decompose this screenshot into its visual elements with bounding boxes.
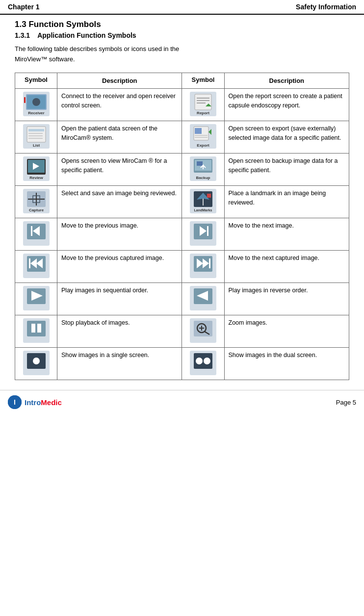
svg-rect-22 [195, 128, 202, 134]
svg-rect-51 [31, 226, 32, 236]
svg-rect-75 [31, 324, 35, 333]
desc-right-2: Open screen to backup image data for a s… [224, 154, 349, 186]
symbol-right-7 [182, 315, 224, 348]
desc-right-0: Open the report screen to create a patie… [224, 89, 349, 121]
desc-left-4: Move to the previous image. [57, 218, 182, 251]
svg-rect-15 [28, 129, 44, 131]
svg-text:Receiver: Receiver [28, 111, 44, 115]
svg-rect-64 [209, 258, 210, 268]
col-desc-2: Description [224, 73, 349, 89]
page-footer: I IntroMedic Page 5 [0, 390, 364, 414]
section-heading: 1.3 Function Symbols [15, 20, 349, 29]
symbol-right-5 [182, 251, 224, 283]
symbol-left-7 [15, 315, 57, 348]
svg-text:Backup: Backup [196, 176, 210, 180]
svg-marker-46 [207, 194, 211, 198]
logo-text: IntroMedic [25, 398, 62, 407]
symbol-left-4 [15, 218, 57, 251]
symbol-right-2: Backup [182, 154, 224, 186]
table-row: Move to the previous captured image. Mov… [15, 251, 349, 283]
logo-icon: I [8, 395, 22, 409]
desc-right-4: Move to the next image. [224, 218, 349, 251]
section-label: Safety Information [296, 3, 356, 11]
svg-rect-74 [27, 321, 46, 336]
svg-rect-35 [197, 161, 203, 166]
desc-left-7: Stop playback of images. [57, 315, 182, 348]
svg-text:I: I [14, 398, 16, 406]
svg-rect-76 [37, 324, 41, 333]
svg-point-88 [196, 358, 203, 364]
table-row: Stop playback of images. Zoom images. [15, 315, 349, 348]
desc-left-1: Open the patient data screen of the Miro… [57, 121, 182, 154]
table-row: Show images in a single screen. Show ima… [15, 348, 349, 380]
page-content: 1.3 Function Symbols 1.3.1 Application F… [0, 20, 364, 380]
symbol-right-1: Export [182, 121, 224, 154]
chapter-label: Chapter 1 [8, 3, 40, 11]
intro-text: The following table describes symbols or… [15, 44, 349, 65]
svg-point-89 [204, 358, 210, 364]
page-header: Chapter 1 Safety Information [0, 0, 364, 15]
desc-right-3: Place a landmark in an image being revie… [224, 186, 349, 218]
desc-left-0: Connect to the receiver and open receive… [57, 89, 182, 121]
symbol-left-2: Review [15, 154, 57, 186]
svg-rect-59 [29, 258, 30, 268]
svg-rect-55 [207, 226, 208, 236]
desc-right-7: Zoom images. [224, 315, 349, 348]
footer-logo: I IntroMedic [8, 395, 62, 409]
desc-right-1: Open screen to export (save externally) … [224, 121, 349, 154]
svg-text:Export: Export [197, 143, 209, 148]
svg-text:LandMarks: LandMarks [194, 208, 212, 212]
svg-rect-7 [195, 94, 211, 110]
desc-right-6: Play images in reverse order. [224, 283, 349, 315]
symbol-left-6 [15, 283, 57, 315]
col-symbol-2: Symbol [182, 73, 224, 89]
table-row: Play images in sequential order. Play im… [15, 283, 349, 315]
svg-point-3 [32, 98, 40, 106]
table-row: Review Opens screen to view MiroCam ® fo… [15, 154, 349, 186]
desc-right-5: Move to the next captured image. [224, 251, 349, 283]
symbol-right-6 [182, 283, 224, 315]
svg-rect-4 [24, 97, 26, 103]
symbol-left-1: List [15, 121, 57, 154]
desc-left-2: Opens screen to view MiroCam ® for a spe… [57, 154, 182, 186]
symbol-right-3: LandMarks [182, 186, 224, 218]
col-symbol-1: Symbol [15, 73, 57, 89]
symbol-left-3: Capture [15, 186, 57, 218]
desc-left-8: Show images in a single screen. [57, 348, 182, 380]
desc-left-3: Select and save an image being reviewed. [57, 186, 182, 218]
table-row: List Open the patient data screen of the… [15, 121, 349, 154]
table-row: Move to the previous image. Move to the … [15, 218, 349, 251]
desc-right-8: Show images in the dual screen. [224, 348, 349, 380]
svg-rect-14 [27, 127, 46, 142]
subsection-heading: 1.3.1 Application Function Symbols [15, 31, 349, 39]
svg-text:Review: Review [29, 176, 43, 180]
svg-point-85 [33, 358, 40, 364]
desc-left-5: Move to the previous captured image. [57, 251, 182, 283]
page-number: Page 5 [336, 399, 356, 406]
table-row: Receiver Connect to the receiver and ope… [15, 89, 349, 121]
symbol-left-0: Receiver [15, 89, 57, 121]
svg-text:Report: Report [197, 111, 209, 115]
svg-text:Capture: Capture [28, 208, 44, 212]
symbol-left-5 [15, 251, 57, 283]
desc-left-6: Play images in sequential order. [57, 283, 182, 315]
symbols-table: Symbol Description Symbol Description Re… [15, 73, 349, 381]
table-row: Capture Select and save an image being r… [15, 186, 349, 218]
symbol-right-0: Report [182, 89, 224, 121]
symbol-right-8 [182, 348, 224, 380]
symbol-right-4 [182, 218, 224, 251]
symbol-left-8 [15, 348, 57, 380]
svg-text:List: List [32, 143, 40, 148]
col-desc-1: Description [57, 73, 182, 89]
